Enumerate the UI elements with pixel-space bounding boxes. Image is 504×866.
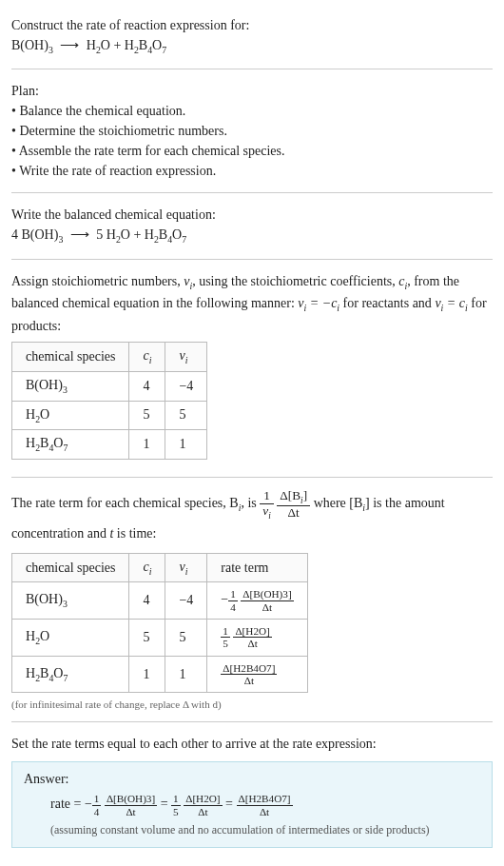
plan-section: Plan: • Balance the chemical equation. •… [11, 73, 493, 188]
assign-t4: for reactants and [339, 296, 435, 310]
sp-sub3: 7 [63, 443, 68, 453]
rate-lhs: rate = − [50, 797, 92, 811]
num: 1 [92, 793, 102, 805]
cell-nui: −4 [165, 371, 207, 401]
answer-label: Answer: [24, 772, 480, 787]
frac-dBi-dt: Δ[Bi]Δt [277, 489, 310, 521]
rt-t2: , is [241, 497, 260, 511]
frac-dh2b4o7-dt: Δ[H2B4O7]Δt [221, 662, 277, 687]
eq-lhs: B(OH) [11, 38, 48, 52]
den: Δt [105, 806, 157, 817]
cell-ci: 4 [129, 582, 165, 620]
rateterm-text: The rate term for each chemical species,… [11, 489, 493, 547]
rt-t3: where [B [314, 497, 363, 511]
rateterm-table: chemical species ci νi rate term B(OH)3 … [11, 553, 308, 694]
assign-t1: Assign stoichiometric numbers, [11, 274, 184, 288]
eq-sign: = [223, 797, 237, 811]
cell-rateterm: Δ[H2B4O7]Δt [207, 656, 307, 693]
plan-bullet: • Assemble the rate term for each chemic… [11, 141, 493, 161]
final-section: Set the rate terms equal to each other t… [11, 726, 493, 856]
cell-rateterm: −14 Δ[B(OH)3]Δt [207, 582, 307, 620]
cell-rateterm: 15 Δ[H2O]Δt [207, 620, 307, 657]
cell-ci: 4 [129, 371, 165, 401]
cell-species: H2B4O7 [12, 656, 129, 693]
bal-rhs1: 5 H [96, 227, 116, 242]
rate-expression: rate = −14 Δ[B(OH)3]Δt = 15 Δ[H2O]Δt = Δ… [24, 793, 480, 817]
frac-1-4: 14 [92, 793, 102, 817]
sp: H [26, 666, 35, 680]
rateterm-footnote: (for infinitesimal rate of change, repla… [11, 699, 493, 710]
neg-sign: − [221, 592, 228, 606]
col-ci: ci [129, 553, 165, 582]
num: Δ[B(OH)3] [241, 588, 293, 600]
frac-den: νi [260, 504, 274, 521]
table-row: H2O 5 5 15 Δ[H2O]Δt [12, 620, 308, 657]
cell-ci: 1 [129, 656, 165, 693]
balanced-equation: 4 B(OH)3 ⟶ 5 H2O + H2B4O7 [11, 225, 493, 246]
eq-rhs-d: O [152, 38, 162, 52]
den: 5 [221, 638, 230, 649]
den: Δt [237, 806, 293, 817]
assign-text: Assign stoichiometric numbers, νi, using… [11, 271, 493, 336]
sp-sub3: 7 [63, 672, 68, 682]
sp-tail: O [40, 407, 49, 422]
cell-ci: 5 [129, 620, 165, 657]
answer-note: (assuming constant volume and no accumul… [24, 823, 480, 837]
frac-1-4: 14 [228, 588, 238, 613]
num: Δ[H2O] [184, 793, 222, 805]
num: Δ[H2B4O7] [237, 793, 293, 805]
table-row: H2O 5 5 [12, 401, 207, 430]
sp: B(OH) [26, 592, 63, 606]
sub-i: i [185, 355, 188, 365]
eq-rhs-d-sub: 7 [162, 45, 166, 55]
num: 1 [171, 793, 181, 805]
bal-sub5: 7 [182, 234, 186, 245]
sp-sub: 3 [63, 384, 68, 395]
num: 1 [221, 625, 230, 638]
sub-i: i [149, 565, 152, 576]
col-nui: νi [165, 342, 207, 371]
bal-o: O [172, 227, 182, 242]
cell-ci: 1 [129, 430, 165, 460]
frac-dh2b4o7-dt: Δ[H2B4O7]Δt [237, 793, 293, 817]
cell-species: H2B4O7 [12, 430, 129, 460]
table-row: B(OH)3 4 −4 [12, 371, 207, 401]
plan-bullet: • Balance the chemical equation. [11, 101, 493, 121]
plan-heading: Plan: [11, 81, 493, 101]
prompt-section: Construct the rate of reaction expressio… [11, 8, 493, 65]
sub-i: i [185, 565, 188, 576]
num: 1 [228, 588, 238, 600]
cell-nui: 5 [165, 620, 207, 657]
cell-species: H2O [12, 620, 129, 657]
frac-num: Δ[Bi] [277, 489, 310, 506]
final-heading: Set the rate terms equal to each other t… [11, 734, 493, 754]
col-rateterm: rate term [207, 553, 307, 582]
frac-dh2o-dt: Δ[H2O]Δt [233, 625, 271, 650]
divider [11, 69, 493, 69]
frac-1-5: 15 [171, 793, 181, 817]
eq1b: = −c [306, 296, 337, 310]
divider [11, 259, 493, 260]
col-species: chemical species [12, 342, 129, 371]
sp-sub: 3 [63, 599, 68, 609]
frac-1-5: 15 [221, 625, 230, 650]
sp: H [26, 436, 35, 450]
frac-den: Δt [277, 506, 310, 521]
sp-b: B [40, 666, 48, 680]
den: 4 [92, 806, 102, 817]
divider [11, 192, 493, 193]
num-a: Δ[B [280, 488, 300, 502]
eq-rhs-b: O + H [101, 38, 134, 52]
bal-b: B [159, 227, 167, 242]
sp: H [26, 629, 35, 643]
frac-1-over-nui: 1νi [260, 489, 274, 521]
den: Δt [184, 806, 222, 817]
eq-sign: = [157, 797, 171, 811]
table-row: B(OH)3 4 −4 −14 Δ[B(OH)3]Δt [12, 582, 308, 620]
answer-box: Answer: rate = −14 Δ[B(OH)3]Δt = 15 Δ[H2… [11, 761, 493, 848]
divider [11, 721, 493, 722]
eq-rhs-h: H [87, 38, 96, 52]
den: 5 [171, 806, 181, 817]
eq-lhs-sub: 3 [48, 45, 53, 55]
cell-ci: 5 [129, 401, 165, 430]
